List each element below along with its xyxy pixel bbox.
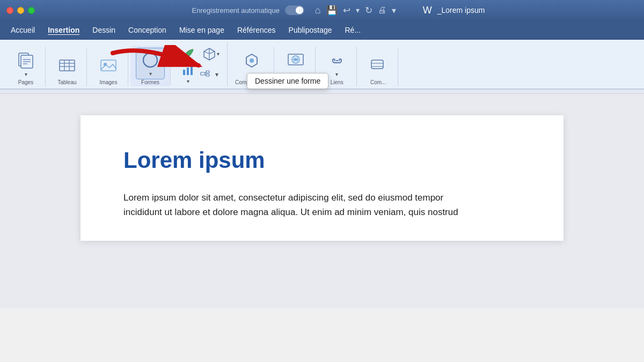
menu-publipostage[interactable]: Publipostage — [282, 24, 339, 36]
pages-label: Pages — [18, 79, 33, 86]
maximize-button[interactable] — [28, 7, 35, 14]
smartart-small-icon — [200, 70, 210, 79]
formes-button[interactable]: ▾ — [136, 48, 165, 79]
traffic-lights — [6, 7, 35, 14]
body-line-2: incididunt ut labore et dolore magna ali… — [123, 207, 458, 217]
svg-rect-21 — [206, 71, 209, 73]
tooltip-dessiner-une-forme: Dessiner une forme — [247, 73, 328, 89]
ribbon-group-smartart: ▾ ▾ — [173, 43, 228, 86]
document-body: Lorem ipsum dolor sit amet, consectetur … — [123, 190, 521, 219]
com-label: Com... — [370, 79, 386, 86]
ribbon-group-tableau: Tableau — [48, 49, 87, 86]
app-title: _Lorem ipsum — [437, 6, 485, 14]
undo-caret[interactable]: ▾ — [356, 6, 360, 14]
svg-point-13 — [143, 53, 157, 67]
ribbon: ▾ Pages Tableau — [0, 40, 644, 90]
leaf-button[interactable] — [178, 45, 197, 62]
tooltip-text: Dessiner une forme — [255, 77, 320, 85]
icons-group-icon — [181, 64, 194, 77]
formes-dropdown: ▾ — [136, 48, 165, 79]
liens-caret: ▾ — [335, 71, 338, 77]
icons-button[interactable]: ▾ — [178, 63, 197, 85]
more-button[interactable]: ▾ — [213, 70, 221, 79]
ribbon-group-pages: ▾ Pages — [6, 47, 46, 86]
menu-references[interactable]: Références — [231, 24, 282, 36]
complements-icon — [242, 51, 261, 70]
menubar: Accueil Insertion Dessin Conception Mise… — [0, 20, 644, 40]
formes-caret: ▾ — [149, 71, 152, 77]
word-icon: W — [423, 5, 432, 16]
pages-icon — [16, 51, 35, 70]
svg-line-15 — [204, 51, 209, 54]
close-button[interactable] — [6, 7, 13, 14]
images-buttons — [94, 49, 122, 79]
pages-caret: ▾ — [25, 71, 27, 77]
smartart-buttons: ▾ ▾ — [178, 43, 222, 85]
titlebar: Enregistrement automatique o ⌂ 💾 ↩ ▾ ↻ 🖨… — [0, 0, 644, 20]
titlebar-center: Enregistrement automatique o ⌂ 💾 ↩ ▾ ↻ 🖨… — [39, 5, 638, 16]
formes-buttons: ▾ — [136, 46, 165, 79]
body-line-1: Lorem ipsum dolor sit amet, consectetur … — [123, 193, 443, 203]
liens-icon — [327, 51, 347, 70]
svg-rect-20 — [201, 72, 205, 75]
cube-caret: ▾ — [217, 51, 219, 57]
print-icon[interactable]: 🖨 — [378, 5, 386, 15]
tableau-buttons — [53, 49, 81, 79]
ribbon-bottom-divider — [0, 90, 644, 94]
leaf-icon — [180, 46, 195, 61]
com-button[interactable] — [364, 54, 392, 77]
more-caret-icon: ▾ — [215, 71, 218, 78]
home-icon[interactable]: ⌂ — [315, 5, 321, 16]
media-icon — [286, 51, 305, 70]
pages-button[interactable]: ▾ — [12, 49, 40, 79]
menu-dessin[interactable]: Dessin — [86, 24, 122, 36]
svg-rect-17 — [183, 70, 185, 75]
ribbon-group-com: Com... — [359, 49, 398, 86]
images-icon — [99, 56, 118, 75]
menu-conception[interactable]: Conception — [122, 24, 173, 36]
svg-rect-19 — [191, 66, 193, 75]
svg-rect-18 — [187, 68, 189, 75]
document-title: Lorem ipsum — [123, 147, 521, 173]
pages-buttons: ▾ — [12, 47, 40, 79]
ribbon-group-images: Images — [89, 49, 128, 86]
ribbon-group-formes: ▾ Formes — [130, 46, 171, 86]
toggle-state: o — [299, 7, 302, 13]
save-icon[interactable]: 💾 — [326, 5, 338, 16]
images-label: Images — [100, 79, 118, 86]
svg-rect-22 — [206, 74, 209, 76]
undo-icon[interactable]: ↩ — [343, 5, 350, 16]
cube-button[interactable]: ▾ — [200, 45, 222, 62]
cube-icon — [202, 46, 217, 61]
menu-insertion[interactable]: Insertion — [41, 24, 86, 36]
document-page: Lorem ipsum Lorem ipsum dolor sit amet, … — [80, 115, 564, 241]
com-icon — [369, 56, 388, 75]
svg-rect-32 — [371, 60, 383, 69]
formes-label: Formes — [141, 79, 159, 86]
minimize-button[interactable] — [17, 7, 24, 14]
autosave-toggle[interactable]: o — [285, 5, 304, 15]
smartart-small-button[interactable] — [199, 69, 211, 80]
tableau-icon — [57, 56, 77, 75]
tableau-button[interactable] — [53, 54, 81, 77]
svg-rect-6 — [60, 60, 75, 71]
autosave-label: Enregistrement automatique — [192, 6, 280, 14]
com-buttons — [364, 49, 392, 79]
document-area: Lorem ipsum Lorem ipsum dolor sit amet, … — [0, 94, 644, 308]
images-button[interactable] — [94, 54, 122, 77]
redo-icon[interactable]: ↻ — [365, 5, 372, 16]
menu-re[interactable]: Ré... — [339, 24, 368, 36]
more-icon[interactable]: ▾ — [392, 5, 396, 16]
menu-mise-en-page[interactable]: Mise en page — [173, 24, 231, 36]
menu-accueil[interactable]: Accueil — [4, 24, 41, 36]
icons-caret: ▾ — [187, 78, 189, 84]
formes-icon — [141, 50, 160, 70]
liens-label: Liens — [331, 79, 343, 86]
tableau-label: Tableau — [57, 79, 76, 86]
svg-point-26 — [250, 58, 254, 63]
